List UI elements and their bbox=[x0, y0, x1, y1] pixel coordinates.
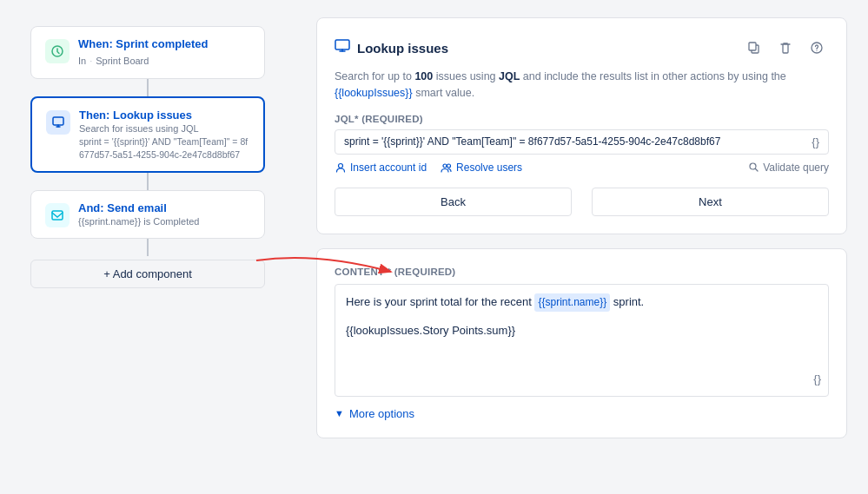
jql-input-row[interactable]: {} bbox=[335, 129, 829, 155]
sprint-name-chip: {{sprint.name}} bbox=[534, 293, 610, 312]
search-icon bbox=[748, 161, 759, 173]
delete-button[interactable] bbox=[773, 36, 798, 60]
svg-point-11 bbox=[447, 164, 451, 168]
content-panel: Content * (required) Here is your sprint… bbox=[316, 248, 847, 438]
svg-point-9 bbox=[339, 163, 343, 168]
right-panel: Lookup issues bbox=[295, 0, 868, 494]
connector-line-2 bbox=[147, 173, 149, 190]
panel-title: Lookup issues bbox=[357, 41, 448, 56]
connector-line-1 bbox=[147, 79, 149, 96]
jql-field-label: JQL* (required) bbox=[335, 114, 829, 124]
and-card-icon bbox=[45, 203, 70, 227]
monitor-icon bbox=[335, 38, 350, 57]
workflow-card-and[interactable]: And: Send email {{sprint.name}} is Compl… bbox=[30, 190, 265, 239]
insert-account-link[interactable]: Insert account id bbox=[335, 161, 427, 174]
and-card-line1: {{sprint.name}} is Completed bbox=[78, 216, 250, 227]
jql-braces-button[interactable]: {} bbox=[812, 135, 819, 148]
back-button[interactable]: Back bbox=[335, 188, 572, 216]
then-card-icon bbox=[46, 110, 70, 135]
then-card-content: Then: Lookup issues Search for issues us… bbox=[79, 109, 249, 161]
copy-button[interactable] bbox=[742, 36, 766, 60]
svg-point-12 bbox=[750, 163, 756, 169]
jql-input[interactable] bbox=[344, 135, 805, 148]
main-layout: When: Sprint completed In · Sprint Board… bbox=[0, 0, 868, 494]
when-card-icon bbox=[45, 39, 70, 63]
user-icon bbox=[335, 161, 347, 174]
content-line1: Here is your sprint total for the recent… bbox=[346, 293, 818, 312]
svg-rect-2 bbox=[52, 211, 63, 220]
panel-description: Search for up to 100 issues using JQL an… bbox=[335, 69, 829, 102]
then-card-line2: sprint = '{{sprint}}' AND "Team[Team]" =… bbox=[79, 135, 249, 161]
left-panel: When: Sprint completed In · Sprint Board… bbox=[0, 0, 295, 494]
help-button[interactable] bbox=[805, 36, 829, 60]
workflow-card-then[interactable]: Then: Lookup issues Search for issues us… bbox=[30, 96, 265, 173]
and-card-content: And: Send email {{sprint.name}} is Compl… bbox=[78, 201, 250, 227]
content-line2: {{lookupIssues.Story Points.sum}} bbox=[346, 322, 818, 340]
lookup-panel: Lookup issues bbox=[316, 17, 847, 234]
and-card-title: And: Send email bbox=[78, 201, 250, 214]
when-card-content: When: Sprint completed In · Sprint Board bbox=[78, 37, 250, 68]
validate-query-link[interactable]: Validate query bbox=[748, 161, 829, 174]
when-card-title: When: Sprint completed bbox=[78, 37, 250, 50]
then-card-line1: Search for issues using JQL bbox=[79, 123, 249, 134]
content-field-label: Content * (required) bbox=[335, 267, 829, 277]
connector-line-3 bbox=[147, 239, 149, 256]
panel-header: Lookup issues bbox=[335, 36, 829, 60]
svg-rect-6 bbox=[749, 43, 756, 50]
content-textarea[interactable]: Here is your sprint total for the recent… bbox=[335, 284, 829, 397]
svg-point-10 bbox=[443, 164, 447, 168]
svg-rect-4 bbox=[335, 40, 349, 49]
then-card-title: Then: Lookup issues bbox=[79, 109, 249, 122]
nav-buttons: Back Next bbox=[335, 188, 829, 216]
workflow-card-when[interactable]: When: Sprint completed In · Sprint Board bbox=[30, 26, 265, 79]
svg-point-8 bbox=[816, 50, 817, 51]
more-options-row[interactable]: ▼ More options bbox=[335, 407, 829, 420]
when-card-subtitle: In · Sprint Board bbox=[78, 56, 149, 66]
resolve-users-link[interactable]: Resolve users bbox=[441, 161, 522, 174]
more-options-label: More options bbox=[349, 407, 414, 420]
svg-rect-1 bbox=[53, 117, 63, 125]
content-braces-button[interactable]: {} bbox=[813, 371, 821, 389]
next-button[interactable]: Next bbox=[592, 188, 829, 216]
action-links: Insert account id Resolve users bbox=[335, 161, 829, 174]
add-component-button[interactable]: + Add component bbox=[30, 260, 265, 288]
users-icon bbox=[441, 161, 453, 174]
panel-icons bbox=[742, 36, 829, 60]
chevron-down-icon: ▼ bbox=[335, 408, 344, 418]
panel-title-row: Lookup issues bbox=[335, 38, 448, 57]
